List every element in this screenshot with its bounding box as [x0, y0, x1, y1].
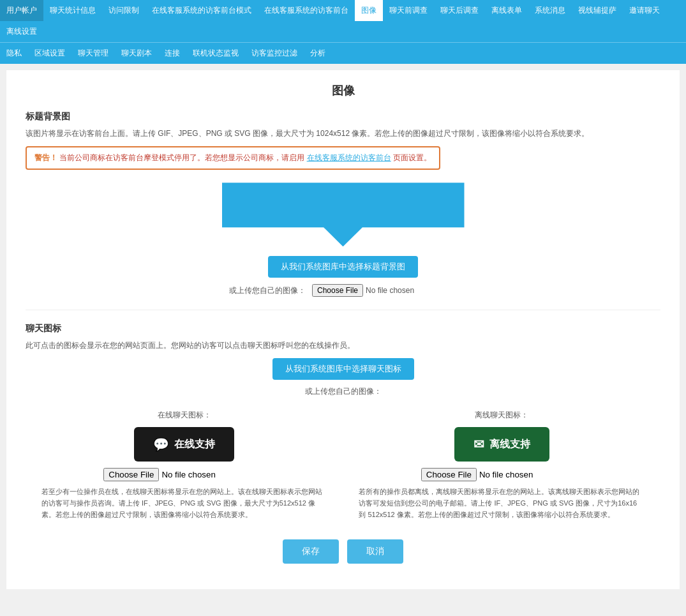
warning-text2: 页面设置。 — [393, 153, 431, 162]
banner-upload-row: 或上传您自己的图像： — [26, 284, 660, 297]
nav2-chat-mgmt[interactable]: 聊天管理 — [71, 43, 115, 64]
offline-icon-text: 离线支持 — [489, 438, 530, 451]
offline-icon-preview: ✉ 离线支持 — [454, 427, 549, 462]
nav2-visitor-filter[interactable]: 访客监控过滤 — [245, 43, 304, 64]
warning-label: 警告！ — [34, 153, 57, 162]
nav2-chat-script[interactable]: 聊天剧本 — [115, 43, 158, 64]
nav-item-visitor-frontend[interactable]: 在线客服系统的访客前台 — [258, 0, 355, 21]
nav-item-image[interactable]: 图像 — [355, 0, 383, 21]
nav2-privacy[interactable]: 隐私 — [0, 43, 28, 64]
nav-item-system-msg[interactable]: 系统消息 — [528, 0, 572, 21]
header-bg-section-title: 标题背景图 — [26, 111, 660, 123]
online-icon-description: 若至少有一位操作员在线，在线聊天图标将显示在您的网站上。该在线聊天图标表示您网站… — [41, 486, 327, 520]
nav-item-chat-stats[interactable]: 聊天统计信息 — [43, 0, 102, 21]
warning-box: 警告！ 当前公司商标在访客前台摩登模式停用了。若您想显示公司商标，请启用 在线客… — [26, 146, 440, 170]
select-chat-icon-btn[interactable]: 从我们系统图库中选择聊天图标 — [272, 358, 414, 380]
banner-file-input[interactable] — [312, 284, 457, 297]
nav-item-user-account[interactable]: 用户帐户 — [0, 0, 43, 21]
warning-text: 当前公司商标在访客前台摩登模式停用了。若您想显示公司商标，请启用 — [59, 153, 304, 162]
offline-icon-col: 离线聊天图标： ✉ 离线支持 若所有的操作员都离线，离线聊天图标将显示在您的网站… — [359, 410, 645, 520]
second-navigation: 隐私 区域设置 聊天管理 聊天剧本 连接 联机状态监视 访客监控过滤 分析 — [0, 42, 686, 64]
nav2-connect[interactable]: 连接 — [158, 43, 186, 64]
online-icon-col: 在线聊天图标： 💬 在线支持 若至少有一位操作员在线，在线聊天图标将显示在您的网… — [41, 410, 327, 520]
banner-upload-label: 或上传您自己的图像： — [229, 286, 306, 295]
nav-item-access-limit[interactable]: 访问限制 — [102, 0, 145, 21]
offline-icon-description: 若所有的操作员都离线，离线聊天图标将显示在您的网站上。该离线聊天图标表示您网站的… — [359, 486, 645, 520]
email-icon: ✉ — [473, 437, 484, 452]
chat-icon-desc: 此可点击的图标会显示在您的网站页面上。您网站的访客可以点击聊天图标呼叫您的在线操… — [26, 340, 660, 352]
divider1 — [26, 310, 660, 310]
offline-file-upload-row — [359, 468, 645, 481]
nav2-region[interactable]: 区域设置 — [28, 43, 71, 64]
offline-icon-label: 离线聊天图标： — [359, 410, 645, 421]
online-icon-label: 在线聊天图标： — [41, 410, 327, 421]
online-file-upload-row — [41, 468, 327, 481]
page-title: 图像 — [26, 83, 660, 98]
online-icon-file-input[interactable] — [103, 468, 265, 481]
nav2-status-monitor[interactable]: 联机状态监视 — [186, 43, 245, 64]
chat-icon-upload-label: 或上传您自己的图像： — [305, 387, 382, 396]
top-navigation: 用户帐户 聊天统计信息 访问限制 在线客服系统的访客前台模式 在线客服系统的访客… — [0, 0, 686, 42]
chat-icon-upload-label-row: 或上传您自己的图像： — [26, 386, 660, 397]
online-icon-preview: 💬 在线支持 — [134, 427, 234, 462]
warning-link[interactable]: 在线客服系统的访客前台 — [307, 153, 391, 162]
nav-item-invite-chat[interactable]: 邀请聊天 — [623, 0, 666, 21]
offline-icon-file-input[interactable] — [421, 468, 583, 481]
chat-icons-row: 在线聊天图标： 💬 在线支持 若至少有一位操作员在线，在线聊天图标将显示在您的网… — [26, 410, 660, 520]
banner-preview-area — [26, 183, 660, 246]
header-bg-desc: 该图片将显示在访客前台上面。请上传 GIF、JPEG、PNG 或 SVG 图像，… — [26, 128, 660, 140]
save-button[interactable]: 保存 — [283, 539, 339, 564]
chat-icon-section-title: 聊天图标 — [26, 323, 660, 334]
select-chat-icon-btn-row: 从我们系统图库中选择聊天图标 — [26, 358, 660, 380]
nav-item-offline-form[interactable]: 离线表单 — [485, 0, 528, 21]
main-content: 图像 标题背景图 该图片将显示在访客前台上面。请上传 GIF、JPEG、PNG … — [6, 70, 680, 589]
nav-item-vision-assist[interactable]: 视线辅提萨 — [572, 0, 623, 21]
nav-item-offline-settings[interactable]: 离线设置 — [0, 21, 43, 42]
cancel-button[interactable]: 取消 — [347, 539, 403, 564]
select-banner-btn-row: 从我们系统图库中选择标题背景图 — [26, 256, 660, 278]
nav2-analysis[interactable]: 分析 — [304, 43, 332, 64]
select-banner-btn[interactable]: 从我们系统图库中选择标题背景图 — [268, 256, 418, 278]
nav-item-visitor-frontend-mode[interactable]: 在线客服系统的访客前台模式 — [145, 0, 258, 21]
banner-preview-image — [222, 183, 465, 246]
online-icon-text: 在线支持 — [174, 438, 215, 451]
chat-bubble-icon: 💬 — [153, 437, 169, 452]
nav-item-pre-chat[interactable]: 聊天前调查 — [383, 0, 434, 21]
footer-buttons: 保存 取消 — [26, 539, 660, 564]
nav-item-post-chat[interactable]: 聊天后调查 — [434, 0, 485, 21]
